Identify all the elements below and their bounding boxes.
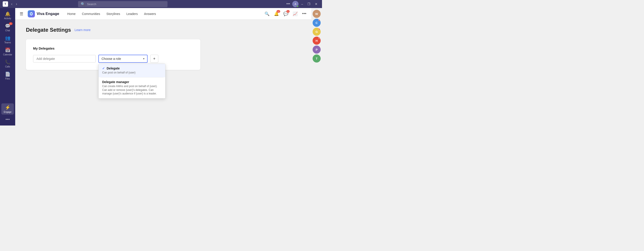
maximize-button[interactable]: ❐ bbox=[306, 1, 312, 7]
page-title: Delegate Settings bbox=[26, 27, 71, 33]
chat-button[interactable]: 💬 5 bbox=[282, 10, 290, 18]
right-sidebar: W C G H P T bbox=[311, 8, 322, 125]
notifications-badge: 12 bbox=[276, 10, 280, 13]
delegate-option-description: Can post on behalf of {user} bbox=[102, 71, 162, 75]
close-button[interactable]: ✕ bbox=[313, 1, 319, 7]
minimize-button[interactable]: – bbox=[300, 1, 305, 7]
sidebar-item-label: Files bbox=[5, 77, 10, 80]
nav-link-answers[interactable]: Answers bbox=[141, 11, 159, 17]
role-dropdown-menu: ✓ Delegate Can post on behalf of {user} … bbox=[98, 64, 166, 98]
add-delegate-button[interactable]: + bbox=[150, 55, 158, 63]
chat-badge: 5 bbox=[286, 10, 290, 13]
more-options-button[interactable]: ••• bbox=[301, 10, 308, 17]
search-bar: 🔍 bbox=[78, 1, 168, 7]
add-delegate-input[interactable] bbox=[33, 55, 96, 62]
user-avatar[interactable]: A bbox=[292, 1, 298, 7]
notification-dot bbox=[318, 19, 321, 21]
window-controls: ••• A – ❐ ✕ bbox=[285, 1, 319, 7]
delegate-manager-option-description: Can create AMAs and post on behalf of {u… bbox=[102, 84, 162, 96]
delegate-row: Choose a role ▾ ✓ Delegate Can post on b… bbox=[33, 55, 193, 63]
delegate-option-label: Delegate bbox=[107, 66, 120, 70]
app-layout: 🔔 Activity 1 💬 Chat 👥 Teams 📅 Calendar 📞… bbox=[0, 8, 322, 125]
app-name-label: Viva Engage bbox=[37, 11, 59, 16]
nav-link-home[interactable]: Home bbox=[64, 11, 78, 17]
dropdown-item-delegate[interactable]: ✓ Delegate Can post on behalf of {user} bbox=[98, 64, 165, 77]
sidebar-item-files[interactable]: 📄 Files bbox=[1, 70, 14, 81]
role-dropdown-label: Choose a role bbox=[102, 57, 121, 60]
sidebar-item-chat[interactable]: 1 💬 Chat bbox=[1, 22, 14, 33]
engage-icon: ⚡ bbox=[5, 105, 10, 110]
more-apps-button[interactable]: ••• bbox=[4, 115, 12, 124]
logo-icon bbox=[28, 10, 35, 17]
delegates-card: My Delegates Choose a role ▾ ✓ bbox=[26, 39, 200, 70]
sidebar-item-engage[interactable]: ⚡ Engage bbox=[1, 103, 14, 115]
sidebar-item-calls[interactable]: 📞 Calls bbox=[1, 58, 14, 69]
title-bar: T ‹ › 🔍 ••• A – ❐ ✕ bbox=[0, 0, 322, 8]
nav-forward-button[interactable]: › bbox=[14, 1, 18, 6]
app-icon: T bbox=[3, 1, 8, 7]
nav-link-leaders[interactable]: Leaders bbox=[124, 11, 140, 17]
hamburger-menu-button[interactable]: ☰ bbox=[19, 10, 24, 17]
nav-buttons: ‹ › bbox=[10, 1, 18, 6]
sidebar-item-label: Activity bbox=[4, 17, 11, 20]
role-dropdown[interactable]: Choose a role ▾ bbox=[98, 55, 148, 63]
sidebar-item-label: Teams bbox=[4, 41, 11, 44]
sidebar-avatar-3[interactable]: G bbox=[312, 28, 321, 36]
sidebar-item-label: Calls bbox=[5, 65, 10, 68]
sidebar-avatar-4[interactable]: H bbox=[312, 37, 321, 45]
delegate-manager-option-label: Delegate manager bbox=[102, 80, 129, 84]
search-button[interactable]: 🔍 bbox=[263, 10, 271, 18]
page-title-row: Delegate Settings Learn more bbox=[26, 27, 300, 33]
more-options-icon[interactable]: ••• bbox=[285, 1, 291, 7]
left-rail: 🔔 Activity 1 💬 Chat 👥 Teams 📅 Calendar 📞… bbox=[0, 8, 15, 125]
sidebar-item-label: Engage bbox=[4, 111, 12, 113]
nav-link-communities[interactable]: Communities bbox=[79, 11, 103, 17]
sidebar-item-label: Chat bbox=[5, 29, 10, 32]
sidebar-avatar-5[interactable]: P bbox=[312, 45, 321, 54]
activity-icon: 🔔 bbox=[5, 11, 10, 16]
calls-icon: 📞 bbox=[5, 59, 10, 65]
page-content: Delegate Settings Learn more My Delegate… bbox=[15, 20, 311, 125]
sidebar-item-label: Calendar bbox=[3, 53, 12, 56]
analytics-button[interactable]: 📈 bbox=[291, 10, 299, 18]
calendar-icon: 📅 bbox=[5, 47, 10, 53]
top-nav-links: Home Communities Storylines Leaders Answ… bbox=[64, 11, 159, 17]
sidebar-item-teams[interactable]: 👥 Teams bbox=[1, 34, 14, 45]
top-nav-actions: 🔍 🔔 12 💬 5 📈 ••• bbox=[263, 10, 308, 18]
sidebar-avatar-1[interactable]: W bbox=[312, 10, 321, 18]
teams-icon: 👥 bbox=[5, 35, 10, 41]
main-content: ☰ Viva Engage Home Communities Storyline… bbox=[15, 8, 311, 125]
search-icon: 🔍 bbox=[81, 2, 85, 6]
notifications-button[interactable]: 🔔 12 bbox=[272, 10, 280, 18]
online-status bbox=[297, 5, 298, 7]
role-dropdown-container: Choose a role ▾ ✓ Delegate Can post on b… bbox=[98, 55, 148, 63]
sidebar-avatar-2[interactable]: C bbox=[312, 19, 321, 27]
files-icon: 📄 bbox=[5, 71, 10, 77]
chat-badge: 1 bbox=[9, 22, 12, 25]
dropdown-item-delegate-manager[interactable]: Delegate manager Can create AMAs and pos… bbox=[98, 77, 165, 98]
card-section-title: My Delegates bbox=[33, 46, 193, 50]
sidebar-item-activity[interactable]: 🔔 Activity bbox=[1, 10, 14, 21]
chevron-down-icon: ▾ bbox=[143, 57, 144, 60]
nav-back-button[interactable]: ‹ bbox=[10, 1, 14, 6]
sidebar-avatar-6[interactable]: T bbox=[312, 54, 321, 62]
top-nav: ☰ Viva Engage Home Communities Storyline… bbox=[15, 8, 311, 20]
search-input[interactable] bbox=[87, 2, 165, 6]
notification-dot bbox=[318, 37, 321, 39]
sidebar-item-calendar[interactable]: 📅 Calendar bbox=[1, 46, 14, 57]
notification-dot bbox=[318, 28, 321, 30]
nav-link-storylines[interactable]: Storylines bbox=[104, 11, 123, 17]
svg-point-0 bbox=[30, 13, 32, 15]
app-logo: Viva Engage bbox=[28, 10, 59, 17]
learn-more-link[interactable]: Learn more bbox=[74, 28, 90, 32]
check-icon: ✓ bbox=[102, 66, 105, 70]
